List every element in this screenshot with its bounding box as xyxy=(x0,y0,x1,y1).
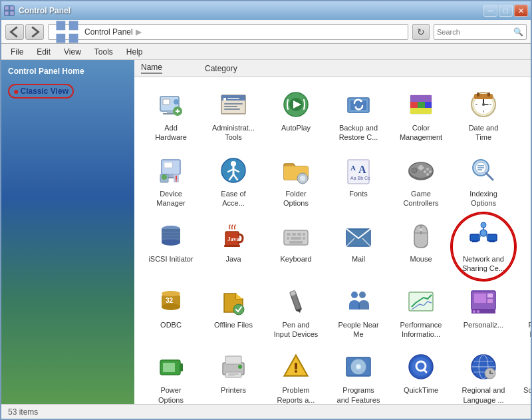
svg-rect-55 xyxy=(168,174,174,177)
icon-scanners-cameras[interactable]: Scanners andCameras xyxy=(516,346,531,404)
svg-rect-144 xyxy=(409,292,433,311)
phone-modem-icon xyxy=(530,286,531,317)
menu-view[interactable]: View xyxy=(59,46,86,58)
default-programs-icon xyxy=(530,89,531,120)
back-button[interactable] xyxy=(5,24,24,40)
regional-language-icon xyxy=(467,351,499,383)
keyboard-icon xyxy=(280,220,312,252)
breadcrumb-text: Control Panel xyxy=(84,27,133,37)
icon-autoplay[interactable]: AutoPlay xyxy=(266,84,326,147)
personalization-label: Personaliz... xyxy=(464,320,504,329)
svg-rect-109 xyxy=(303,237,305,240)
icon-performance-info[interactable]: PerformanceInformatio... xyxy=(391,281,451,344)
minimize-button[interactable]: ─ xyxy=(483,5,497,17)
forward-button[interactable] xyxy=(25,24,44,40)
icon-internet-options[interactable]: InternetOptions xyxy=(516,150,531,213)
breadcrumb-arrow: ▶ xyxy=(136,27,142,37)
fonts-label: Fonts xyxy=(349,189,368,198)
sidebar-classic-view[interactable]: ● Classic View xyxy=(8,84,128,99)
pen-input-label: Pen andInput Devices xyxy=(274,320,319,339)
iscsi-initiator-icon xyxy=(155,220,187,252)
svg-rect-168 xyxy=(228,375,235,376)
menu-help[interactable]: Help xyxy=(121,46,148,58)
svg-rect-0 xyxy=(5,6,9,10)
icon-device-manager[interactable]: DeviceManager xyxy=(141,150,201,213)
close-button[interactable]: ✕ xyxy=(514,5,528,17)
svg-rect-106 xyxy=(303,233,305,236)
device-manager-label: DeviceManager xyxy=(156,189,185,208)
icon-quicktime[interactable]: QuickTime xyxy=(391,346,451,404)
icon-programs-features[interactable]: Programsand Features xyxy=(329,346,388,404)
people-near-me-label: People NearMe xyxy=(338,320,378,339)
folder-options-icon xyxy=(280,154,312,186)
icon-network-sharing[interactable]: Network andSharing Ce... xyxy=(454,215,513,278)
icon-keyboard[interactable]: Keyboard xyxy=(266,215,326,278)
icon-offline-files[interactable]: Offline Files xyxy=(203,281,263,344)
ease-of-access-icon xyxy=(217,154,249,186)
menu-edit[interactable]: Edit xyxy=(31,46,56,58)
mouse-label: Mouse xyxy=(410,254,432,264)
menu-tools[interactable]: Tools xyxy=(89,46,118,58)
color-mgmt-icon xyxy=(405,89,437,120)
svg-point-81 xyxy=(412,168,417,173)
svg-rect-3 xyxy=(10,11,14,15)
icon-iscsi-initiator[interactable]: iSCSI Initiator xyxy=(141,215,201,278)
window: Control Panel ─ □ ✕ Control Panel xyxy=(0,0,532,420)
menu-bar: File Edit View Tools Help xyxy=(1,44,531,60)
icon-folder-options[interactable]: FolderOptions xyxy=(266,150,326,213)
icon-java[interactable]: Java Java xyxy=(203,215,263,278)
icon-ease-of-access[interactable]: Ease ofAcce... xyxy=(203,150,263,213)
icon-mail[interactable]: Mail xyxy=(329,215,388,278)
offline-files-icon xyxy=(217,286,249,317)
icon-mouse[interactable]: Mouse xyxy=(391,215,451,278)
icon-pen-input[interactable]: Pen andInput Devices xyxy=(266,281,326,344)
search-input[interactable] xyxy=(437,28,511,36)
svg-rect-119 xyxy=(487,234,497,241)
icons-grid: AddHardware Admini xyxy=(134,77,531,404)
autoplay-label: AutoPlay xyxy=(281,123,311,132)
icon-people-near-me[interactable]: People NearMe xyxy=(329,281,388,344)
icon-backup-restore[interactable]: Backup andRestore C... xyxy=(329,84,388,147)
column-header-name[interactable]: Name xyxy=(141,63,162,74)
keyboard-label: Keyboard xyxy=(280,254,311,264)
icon-personalization[interactable]: Personaliz... xyxy=(454,281,513,344)
svg-line-84 xyxy=(486,173,493,180)
icon-color-mgmt[interactable]: ColorManagement xyxy=(391,84,451,147)
icon-fonts[interactable]: A A Aa Bb Cc Fonts xyxy=(329,150,388,213)
icon-add-hardware[interactable]: AddHardware xyxy=(141,84,201,147)
svg-point-136 xyxy=(162,304,180,310)
icon-problem-reports[interactable]: ProblemReports a... xyxy=(266,346,326,404)
icon-admin-tools[interactable]: Administrat...Tools xyxy=(203,84,263,147)
maximize-button[interactable]: □ xyxy=(499,5,513,17)
svg-point-150 xyxy=(473,310,475,313)
icon-odbc[interactable]: 32 ODBC xyxy=(141,281,201,344)
svg-text:A: A xyxy=(358,164,366,175)
svg-rect-20 xyxy=(224,103,243,105)
add-hardware-icon xyxy=(155,89,187,120)
svg-rect-147 xyxy=(487,294,493,298)
svg-point-44 xyxy=(482,103,485,106)
admin-tools-icon xyxy=(217,89,249,120)
icon-printers[interactable]: Printers xyxy=(203,346,263,404)
svg-point-95 xyxy=(162,239,180,246)
column-header-category[interactable]: Category xyxy=(205,64,237,73)
icon-nvidia[interactable]: NVIDIA NVIDIAContr... xyxy=(516,215,531,278)
menu-file[interactable]: File xyxy=(5,46,29,58)
icon-phone-modem[interactable]: Phone andModem ... xyxy=(516,281,531,344)
status-text: 53 items xyxy=(8,407,38,417)
scanners-cameras-icon xyxy=(530,351,531,383)
icon-indexing-options[interactable]: IndexingOptions xyxy=(454,150,513,213)
main-content: Control Panel Home ● Classic View Name C… xyxy=(1,60,531,404)
svg-rect-46 xyxy=(477,93,479,97)
svg-point-175 xyxy=(357,365,360,368)
icon-default-programs[interactable]: DefaultPrograms xyxy=(516,84,531,147)
svg-point-125 xyxy=(481,222,486,228)
icon-date-time[interactable]: Date andTime xyxy=(454,84,513,147)
people-near-me-icon xyxy=(342,286,374,317)
icon-game-controllers[interactable]: GameControllers xyxy=(391,150,451,213)
sidebar-classic-view-label[interactable]: Classic View xyxy=(20,87,68,96)
power-options-label: PowerOptions xyxy=(158,385,184,404)
icon-power-options[interactable]: PowerOptions xyxy=(141,346,201,404)
refresh-button[interactable]: ↻ xyxy=(412,24,430,40)
icon-regional-language[interactable]: Regional andLanguage ... xyxy=(454,346,513,404)
